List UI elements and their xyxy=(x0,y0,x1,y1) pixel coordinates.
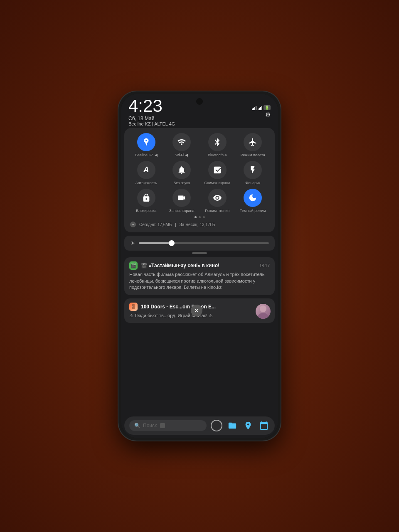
data-usage-row: ● Сегодня: 17,6МБ | За месяц: 13,17ГБ xyxy=(128,220,271,228)
screen-record-label: Запись экрана xyxy=(169,209,195,213)
notif-kino-time: 18:17 xyxy=(259,264,270,268)
bluetooth-label: Bluetooth 4 xyxy=(208,153,227,158)
wifi-icon[interactable] xyxy=(172,133,191,151)
notif-game-avatar xyxy=(256,304,271,319)
status-icons: 🔋 ⚙ xyxy=(252,105,271,118)
screen-record-icon[interactable] xyxy=(172,189,191,207)
flashlight-label: Фонарик xyxy=(245,181,260,185)
auto-brightness-icon[interactable]: A xyxy=(137,161,155,179)
airplane-icon[interactable] xyxy=(244,133,262,151)
dark-mode-label: Темный режим xyxy=(240,209,266,213)
qs-auto-brightness[interactable]: A Автояркость xyxy=(131,161,161,185)
qs-screen-record[interactable]: Запись экрана xyxy=(167,189,197,213)
notif-game-title: 100 Doors - Esc...om Prison E... xyxy=(141,304,270,310)
brightness-track[interactable] xyxy=(139,242,269,244)
android-screen: 4:23 Сб, 18 Май Beeline KZ | ALTEL 4G xyxy=(121,94,278,438)
settings-icon[interactable]: ⚙ xyxy=(265,111,271,118)
qs-wifi[interactable]: Wi-Fi ◀ xyxy=(167,133,197,158)
qs-row-2: A Автояркость Без звука xyxy=(128,161,271,185)
month-usage: За месяц: 13,17ГБ xyxy=(180,222,215,227)
search-placeholder: Поиск xyxy=(143,423,157,429)
bluetooth-icon[interactable] xyxy=(208,133,227,151)
location-icon-button[interactable] xyxy=(242,420,254,431)
qs-beeline[interactable]: Beeline KZ ◀ xyxy=(131,133,161,158)
camera-notch xyxy=(196,98,203,105)
beeline-icon[interactable] xyxy=(137,133,155,151)
quick-settings-panel: Beeline KZ ◀ Wi-Fi ◀ xyxy=(124,128,275,232)
flashlight-icon[interactable] xyxy=(244,161,262,179)
data-icon: ● xyxy=(130,222,136,227)
notif-kino-icon: 🎬 xyxy=(129,261,138,270)
qs-screenshot[interactable]: Снимок экрана xyxy=(202,161,232,185)
signal-strength xyxy=(252,105,256,110)
qs-flashlight[interactable]: Фонарик xyxy=(238,161,268,185)
qs-reading[interactable]: Режим чтения xyxy=(202,189,232,213)
close-notification-button[interactable]: ✕ xyxy=(191,305,202,316)
qs-row-3: Блокировка Запись экрана xyxy=(128,189,271,213)
screenshot-icon[interactable] xyxy=(208,161,227,179)
phone-screen: 4:23 Сб, 18 Май Beeline KZ | ALTEL 4G xyxy=(121,94,278,438)
silent-label: Без звука xyxy=(173,181,190,185)
bottom-navigation: 🔍 Поиск xyxy=(124,416,275,435)
today-usage: Сегодня: 17,6МБ xyxy=(139,222,172,227)
lock-label: Блокировка xyxy=(136,209,156,213)
notif-kino-title: 🎬 «Тастаймын-ау сені» в кино! xyxy=(141,263,256,268)
wifi-label: Wi-Fi ◀ xyxy=(175,153,188,158)
brightness-thumb[interactable] xyxy=(169,240,175,246)
beeline-label: Beeline KZ ◀ xyxy=(135,153,158,158)
folder-icon-button[interactable] xyxy=(227,420,238,431)
dot-2 xyxy=(199,216,201,218)
auto-brightness-label: Автояркость xyxy=(135,181,157,185)
signal-strength-2 xyxy=(258,105,262,110)
lock-icon[interactable] xyxy=(137,189,155,207)
qs-silent[interactable]: Без звука xyxy=(167,161,197,185)
qs-row-1: Beeline KZ ◀ Wi-Fi ◀ xyxy=(128,133,271,158)
notifications-list: 🎬 🎬 «Тастаймын-ау сені» в кино! 18:17 Но… xyxy=(121,254,278,413)
time-block: 4:23 Сб, 18 Май Beeline KZ | ALTEL 4G xyxy=(128,97,175,126)
qs-bluetooth[interactable]: Bluetooth 4 xyxy=(202,133,232,158)
date-display: Сб, 18 Май xyxy=(128,116,175,121)
airplane-label: Режим полета xyxy=(241,153,265,158)
circle-button[interactable] xyxy=(211,420,222,431)
brightness-fill xyxy=(139,242,171,244)
qs-lock[interactable]: Блокировка xyxy=(131,189,161,213)
qs-airplane[interactable]: Режим полета xyxy=(238,133,268,158)
battery-icon: 🔋 xyxy=(264,105,271,110)
silent-icon[interactable] xyxy=(172,161,191,179)
brightness-icon: ☀ xyxy=(130,240,135,246)
screenshot-label: Снимок экрана xyxy=(204,181,230,185)
dot-3 xyxy=(203,216,205,218)
notification-game[interactable]: 🚪 100 Doors - Esc...om Prison E... ⚠ Люд… xyxy=(124,298,275,323)
notif-kino-header: 🎬 🎬 «Тастаймын-ау сені» в кино! 18:17 xyxy=(129,261,270,270)
clock-display: 4:23 xyxy=(128,97,175,115)
phone-frame: 4:23 Сб, 18 Май Beeline KZ | ALTEL 4G xyxy=(118,91,281,441)
reading-label: Режим чтения xyxy=(205,209,229,213)
notif-game-icon: 🚪 xyxy=(129,303,138,311)
dark-mode-icon[interactable] xyxy=(244,189,262,207)
page-dots xyxy=(128,216,271,218)
dot-1 xyxy=(195,216,197,218)
notif-kino-body: Новая часть фильма расскажет об Алмагуль… xyxy=(129,271,270,291)
svg-point-0 xyxy=(260,305,266,312)
reading-icon[interactable] xyxy=(208,189,227,207)
keyboard-icon xyxy=(160,423,165,428)
search-icon: 🔍 xyxy=(134,423,140,429)
notification-kino[interactable]: 🎬 🎬 «Тастаймын-ау сені» в кино! 18:17 Но… xyxy=(124,257,275,295)
search-bar[interactable]: 🔍 Поиск xyxy=(129,420,207,431)
carrier-display: Beeline KZ | ALTEL 4G xyxy=(128,121,175,126)
brightness-control[interactable]: ☀ xyxy=(124,236,275,251)
screen-icon-button[interactable] xyxy=(258,420,270,431)
qs-dark-mode[interactable]: Темный режим xyxy=(238,189,268,213)
svg-point-1 xyxy=(258,313,268,319)
